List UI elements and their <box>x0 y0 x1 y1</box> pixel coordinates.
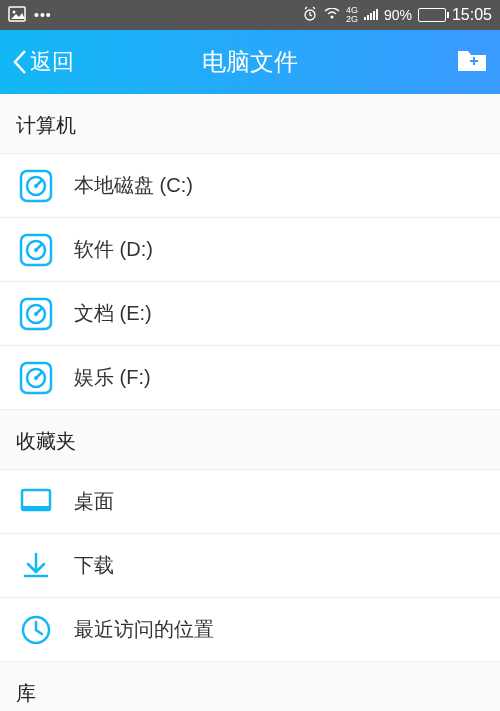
svg-rect-7 <box>373 11 375 20</box>
disk-icon <box>16 166 56 206</box>
wifi-icon <box>324 7 340 23</box>
page-title: 电脑文件 <box>0 46 500 78</box>
alarm-icon <box>302 6 318 25</box>
image-icon <box>8 6 26 25</box>
drive-item-c[interactable]: 本地磁盘 (C:) <box>0 154 500 218</box>
disk-icon <box>16 294 56 334</box>
favorite-label: 下载 <box>74 552 114 579</box>
svg-rect-5 <box>367 15 369 20</box>
new-folder-button[interactable] <box>456 47 488 77</box>
section-header-computer: 计算机 <box>0 94 500 154</box>
svg-point-13 <box>34 184 38 188</box>
battery-percent: 90% <box>384 7 412 23</box>
svg-point-19 <box>34 312 38 316</box>
disk-icon <box>16 358 56 398</box>
svg-rect-8 <box>376 9 378 20</box>
app-header: 返回 电脑文件 <box>0 30 500 94</box>
drive-label: 文档 (E:) <box>74 300 152 327</box>
battery-icon <box>418 8 446 22</box>
back-button[interactable]: 返回 <box>12 47 74 77</box>
svg-point-3 <box>330 16 333 19</box>
drive-item-f[interactable]: 娱乐 (F:) <box>0 346 500 410</box>
signal-icon <box>364 7 378 23</box>
drive-item-d[interactable]: 软件 (D:) <box>0 218 500 282</box>
desktop-icon <box>16 482 56 522</box>
favorite-label: 桌面 <box>74 488 114 515</box>
section-header-libraries: 库 <box>0 662 500 711</box>
drive-label: 软件 (D:) <box>74 236 153 263</box>
svg-point-16 <box>34 248 38 252</box>
drive-item-e[interactable]: 文档 (E:) <box>0 282 500 346</box>
network-type: 4G2G <box>346 6 358 24</box>
favorite-label: 最近访问的位置 <box>74 616 214 643</box>
drive-label: 本地磁盘 (C:) <box>74 172 193 199</box>
favorite-item-recent[interactable]: 最近访问的位置 <box>0 598 500 662</box>
svg-rect-6 <box>370 13 372 20</box>
download-icon <box>16 546 56 586</box>
svg-rect-4 <box>364 17 366 20</box>
more-icon: ••• <box>34 7 52 23</box>
favorite-item-downloads[interactable]: 下载 <box>0 534 500 598</box>
favorite-item-desktop[interactable]: 桌面 <box>0 470 500 534</box>
svg-rect-10 <box>473 57 475 65</box>
svg-rect-24 <box>22 506 50 510</box>
clock-icon <box>16 610 56 650</box>
clock-time: 15:05 <box>452 6 492 24</box>
back-label: 返回 <box>30 47 74 77</box>
drive-label: 娱乐 (F:) <box>74 364 151 391</box>
svg-point-22 <box>34 376 38 380</box>
disk-icon <box>16 230 56 270</box>
status-bar: ••• 4G2G 90% 15:05 <box>0 0 500 30</box>
file-browser: 计算机 本地磁盘 (C:) 软件 (D:) 文档 (E:) 娱乐 (F:) 收藏… <box>0 94 500 711</box>
chevron-left-icon <box>12 49 28 75</box>
svg-point-1 <box>13 10 16 13</box>
section-header-favorites: 收藏夹 <box>0 410 500 470</box>
folder-add-icon <box>456 47 488 73</box>
